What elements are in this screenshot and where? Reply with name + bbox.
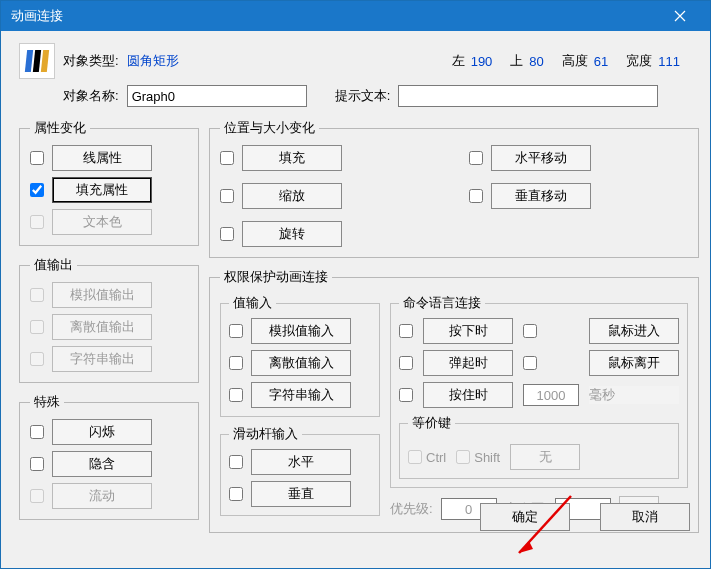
btn-hide[interactable]: 隐含 xyxy=(52,451,152,477)
btn-hold[interactable]: 按住时 xyxy=(423,382,513,408)
chk-blink[interactable] xyxy=(30,425,44,439)
chk-fill[interactable] xyxy=(220,151,234,165)
btn-press[interactable]: 按下时 xyxy=(423,318,513,344)
dialog-title: 动画连接 xyxy=(11,7,63,25)
btn-discrete-out: 离散值输出 xyxy=(52,314,152,340)
btn-analog-out: 模拟值输出 xyxy=(52,282,152,308)
btn-fill-attr[interactable]: 填充属性 xyxy=(52,177,152,203)
chk-scale[interactable] xyxy=(220,189,234,203)
chk-mouse-enter[interactable] xyxy=(523,324,537,338)
group-value-in: 值输入 模拟值输入 离散值输入 字符串输入 xyxy=(220,294,380,417)
group-perm: 权限保护动画连接 值输入 模拟值输入 离散值输入 字符串输入 滑动杆输入 xyxy=(209,268,699,533)
object-type-value: 圆角矩形 xyxy=(127,52,179,70)
ok-button[interactable]: 确定 xyxy=(480,503,570,531)
btn-fill[interactable]: 填充 xyxy=(242,145,342,171)
group-attr-change-legend: 属性变化 xyxy=(30,119,90,137)
chk-string-in[interactable] xyxy=(229,388,243,402)
chk-string-out xyxy=(30,352,44,366)
chk-rotate[interactable] xyxy=(220,227,234,241)
priority-label: 优先级: xyxy=(390,500,433,518)
chk-shift xyxy=(456,450,470,464)
group-value-out: 值输出 模拟值输出 离散值输出 字符串输出 xyxy=(19,256,199,383)
btn-string-in[interactable]: 字符串输入 xyxy=(251,382,351,408)
chk-ctrl xyxy=(408,450,422,464)
btn-discrete-in[interactable]: 离散值输入 xyxy=(251,350,351,376)
chk-text-color xyxy=(30,215,44,229)
group-equiv-key: 等价键 Ctrl Shift 无 xyxy=(399,414,679,479)
chk-fill-attr[interactable] xyxy=(30,183,44,197)
group-perm-legend: 权限保护动画连接 xyxy=(220,268,332,286)
btn-rotate[interactable]: 旋转 xyxy=(242,221,342,247)
chk-slider-h[interactable] xyxy=(229,455,243,469)
group-pos-size-legend: 位置与大小变化 xyxy=(220,119,319,137)
chk-analog-in[interactable] xyxy=(229,324,243,338)
chk-hold[interactable] xyxy=(399,388,413,402)
group-equiv-key-legend: 等价键 xyxy=(408,414,455,432)
btn-scale[interactable]: 缩放 xyxy=(242,183,342,209)
width-label: 宽度 xyxy=(626,52,652,70)
chk-line-attr[interactable] xyxy=(30,151,44,165)
object-type-label: 对象类型: xyxy=(63,52,119,70)
group-value-out-legend: 值输出 xyxy=(30,256,77,274)
object-name-label: 对象名称: xyxy=(63,87,119,105)
chk-release[interactable] xyxy=(399,356,413,370)
chk-flow xyxy=(30,489,44,503)
chk-discrete-in[interactable] xyxy=(229,356,243,370)
group-value-in-legend: 值输入 xyxy=(229,294,276,312)
top-value: 80 xyxy=(529,54,543,69)
btn-blink[interactable]: 闪烁 xyxy=(52,419,152,445)
close-button[interactable] xyxy=(660,1,700,31)
btn-slider-v[interactable]: 垂直 xyxy=(251,481,351,507)
chk-discrete-out xyxy=(30,320,44,334)
tip-text-input[interactable] xyxy=(398,85,658,107)
btn-release[interactable]: 弹起时 xyxy=(423,350,513,376)
shift-label: Shift xyxy=(474,450,500,465)
group-special-legend: 特殊 xyxy=(30,393,64,411)
width-value: 111 xyxy=(658,54,680,69)
app-logo-icon xyxy=(19,43,55,79)
btn-mouse-enter[interactable]: 鼠标进入 xyxy=(589,318,679,344)
chk-hide[interactable] xyxy=(30,457,44,471)
btn-equiv-none: 无 xyxy=(510,444,580,470)
chk-hmove[interactable] xyxy=(469,151,483,165)
btn-flow: 流动 xyxy=(52,483,152,509)
group-cmd-lang: 命令语言连接 按下时 鼠标进入 弹起时 鼠标离开 xyxy=(390,294,688,488)
top-label: 上 xyxy=(510,52,523,70)
group-cmd-lang-legend: 命令语言连接 xyxy=(399,294,485,312)
btn-line-attr[interactable]: 线属性 xyxy=(52,145,152,171)
group-pos-size: 位置与大小变化 填充 水平移动 缩放 垂直移动 旋转 xyxy=(209,119,699,258)
hold-ms-input xyxy=(523,384,579,406)
ms-label: 毫秒 xyxy=(589,386,679,404)
titlebar: 动画连接 xyxy=(1,1,710,31)
group-slider-in-legend: 滑动杆输入 xyxy=(229,425,302,443)
tip-text-label: 提示文本: xyxy=(335,87,391,105)
dialog-window: 动画连接 对象类型: 圆角矩形 左 190 上 80 高度 61 宽度 111 … xyxy=(0,0,711,569)
chk-analog-out xyxy=(30,288,44,302)
close-icon xyxy=(674,10,686,22)
btn-string-out: 字符串输出 xyxy=(52,346,152,372)
group-special: 特殊 闪烁 隐含 流动 xyxy=(19,393,199,520)
btn-vmove[interactable]: 垂直移动 xyxy=(491,183,591,209)
object-name-input[interactable] xyxy=(127,85,307,107)
group-slider-in: 滑动杆输入 水平 垂直 xyxy=(220,425,380,516)
cancel-button[interactable]: 取消 xyxy=(600,503,690,531)
height-value: 61 xyxy=(594,54,608,69)
btn-analog-in[interactable]: 模拟值输入 xyxy=(251,318,351,344)
height-label: 高度 xyxy=(562,52,588,70)
chk-vmove[interactable] xyxy=(469,189,483,203)
left-label: 左 xyxy=(452,52,465,70)
ctrl-label: Ctrl xyxy=(426,450,446,465)
svg-marker-1 xyxy=(519,541,533,553)
chk-mouse-leave[interactable] xyxy=(523,356,537,370)
btn-mouse-leave[interactable]: 鼠标离开 xyxy=(589,350,679,376)
btn-hmove[interactable]: 水平移动 xyxy=(491,145,591,171)
chk-slider-v[interactable] xyxy=(229,487,243,501)
group-attr-change: 属性变化 线属性 填充属性 文本色 xyxy=(19,119,199,246)
btn-text-color: 文本色 xyxy=(52,209,152,235)
chk-press[interactable] xyxy=(399,324,413,338)
left-value: 190 xyxy=(471,54,493,69)
btn-slider-h[interactable]: 水平 xyxy=(251,449,351,475)
